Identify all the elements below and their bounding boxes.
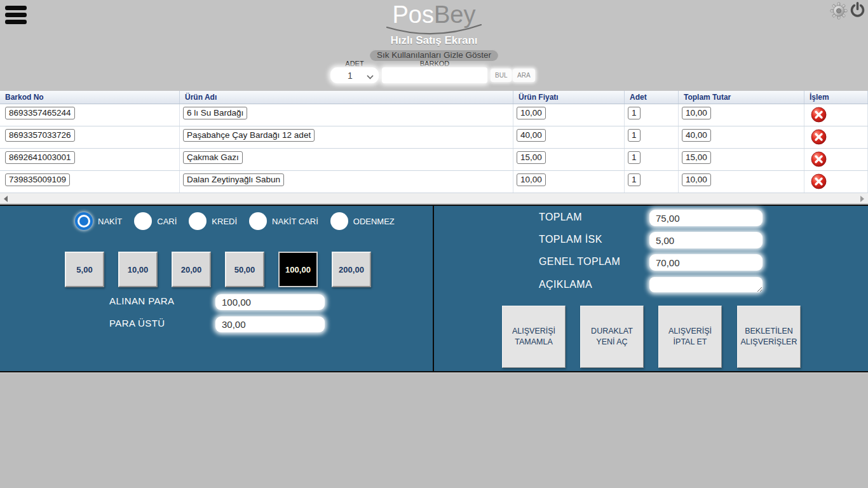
- panel-divider: [433, 206, 434, 371]
- row-price-field[interactable]: 10,00: [517, 173, 546, 186]
- col-header-urun-adi: Ürün Adı: [180, 91, 513, 104]
- radio-circle-selected[interactable]: [75, 212, 93, 230]
- search-button[interactable]: ARA: [513, 69, 535, 82]
- para-ustu-label: PARA ÜSTÜ: [109, 318, 165, 329]
- quantity-select[interactable]: 1: [330, 67, 379, 83]
- page-title: Hızlı Satış Ekranı: [0, 34, 868, 47]
- row-barcode-field[interactable]: 8693357033726: [5, 129, 75, 142]
- scroll-left-arrow-icon[interactable]: [4, 196, 8, 202]
- barcode-input[interactable]: [382, 67, 487, 83]
- col-header-adet: Adet: [625, 91, 679, 104]
- row-price-field[interactable]: 10,00: [517, 107, 546, 119]
- table-row: 8693357033726 Paşabahçe Çay Bardağı 12 a…: [0, 126, 868, 149]
- complete-sale-button[interactable]: ALIŞVERİŞİ TAMAMLA: [502, 306, 566, 368]
- radio-label: NAKİT CARİ: [272, 217, 318, 226]
- settings-gear-icon[interactable]: [830, 2, 848, 20]
- barkod-label: BARKOD: [382, 60, 487, 67]
- denom-button-10[interactable]: 10,00: [118, 252, 158, 287]
- row-total-field[interactable]: 10,00: [682, 107, 711, 119]
- row-total-field[interactable]: 15,00: [682, 151, 711, 164]
- scroll-right-arrow-icon[interactable]: [860, 196, 864, 202]
- toplam-isk-label: TOPLAM İSK: [539, 234, 602, 245]
- power-logout-icon[interactable]: [849, 1, 866, 18]
- aciklama-label: AÇIKLAMA: [539, 279, 592, 290]
- delete-row-icon[interactable]: [811, 107, 827, 123]
- row-qty-field[interactable]: 1: [628, 173, 641, 186]
- row-price-field[interactable]: 15,00: [517, 151, 546, 164]
- table-row: 739835009109 Dalan Zeytinyağlı Sabun 10,…: [0, 171, 868, 193]
- delete-row-icon[interactable]: [811, 129, 827, 145]
- alinan-para-label: ALINAN PARA: [109, 295, 175, 306]
- radio-label: KREDİ: [212, 217, 237, 226]
- radio-label: NAKİT: [98, 217, 122, 226]
- denom-button-20[interactable]: 20,00: [172, 252, 211, 287]
- table-header-row: Barkod No Ürün Adı Ürün Fiyatı Adet Topl…: [0, 91, 868, 104]
- row-price-field[interactable]: 40,00: [517, 129, 546, 142]
- row-product-name-field[interactable]: 6 lı Su Bardağı: [183, 107, 247, 119]
- genel-toplam-input[interactable]: [649, 254, 763, 271]
- radio-circle[interactable]: [249, 212, 267, 230]
- row-barcode-field[interactable]: 8692641003001: [5, 151, 75, 164]
- col-header-islem: İşlem: [804, 91, 868, 104]
- radio-nakit[interactable]: NAKİT: [75, 212, 122, 230]
- alinan-para-input[interactable]: [215, 294, 325, 310]
- row-total-field[interactable]: 10,00: [682, 173, 711, 186]
- find-button[interactable]: BUL: [491, 69, 512, 82]
- denom-button-200[interactable]: 200,00: [332, 252, 371, 287]
- table-row: 8693357465244 6 lı Su Bardağı 10,00 1 10…: [0, 104, 868, 126]
- radio-circle[interactable]: [189, 212, 207, 230]
- footer-background: [0, 374, 868, 488]
- held-sales-button[interactable]: BEKLETİLEN ALIŞVERİŞLER: [737, 306, 801, 368]
- row-qty-field[interactable]: 1: [628, 151, 641, 164]
- adet-label: ADET: [330, 60, 379, 67]
- toplam-isk-input[interactable]: [649, 232, 763, 248]
- denom-button-100[interactable]: 100,00: [278, 252, 318, 287]
- sale-items-table: Barkod No Ürün Adı Ürün Fiyatı Adet Topl…: [0, 91, 868, 193]
- payment-method-radios: NAKİT CARİ KREDİ NAKİT CARİ ODENMEZ: [75, 212, 407, 230]
- radio-cari[interactable]: CARİ: [134, 212, 177, 230]
- radio-circle[interactable]: [330, 212, 348, 230]
- row-barcode-field[interactable]: 8693357465244: [5, 107, 75, 119]
- row-product-name-field[interactable]: Dalan Zeytinyağlı Sabun: [183, 173, 284, 186]
- pause-open-new-button[interactable]: DURAKLAT YENİ AÇ: [580, 306, 644, 368]
- para-ustu-input[interactable]: [215, 316, 325, 332]
- col-header-fiyat: Ürün Fiyatı: [513, 91, 625, 104]
- quantity-value: 1: [348, 71, 353, 81]
- radio-odenmez[interactable]: ODENMEZ: [330, 212, 395, 230]
- delete-row-icon[interactable]: [811, 173, 827, 189]
- row-total-field[interactable]: 40,00: [682, 129, 711, 142]
- col-header-barkod: Barkod No: [0, 91, 180, 104]
- toplam-label: TOPLAM: [539, 212, 582, 223]
- pos-fast-sale-screen: PosBey Hızlı Satış Ekranı Sık Kullanılan…: [0, 0, 868, 488]
- cancel-sale-button[interactable]: ALIŞVERİŞİ İPTAL ET: [658, 306, 722, 368]
- row-barcode-field[interactable]: 739835009109: [5, 173, 70, 186]
- payment-panel: NAKİT CARİ KREDİ NAKİT CARİ ODENMEZ 5,00…: [0, 205, 868, 372]
- row-qty-field[interactable]: 1: [628, 129, 641, 142]
- row-product-name-field[interactable]: Çakmak Gazı: [183, 151, 243, 164]
- genel-toplam-label: GENEL TOPLAM: [539, 256, 620, 268]
- table-row: 8692641003001 Çakmak Gazı 15,00 1 15,00: [0, 149, 868, 171]
- denomination-buttons: 5,00 10,00 20,00 50,00 100,00 200,00: [65, 252, 385, 287]
- delete-row-icon[interactable]: [811, 151, 827, 167]
- col-header-tutar: Toplam Tutar: [679, 91, 804, 104]
- denom-button-5[interactable]: 5,00: [65, 252, 104, 287]
- aciklama-textarea[interactable]: [649, 277, 763, 292]
- radio-nakit-cari[interactable]: NAKİT CARİ: [249, 212, 318, 230]
- table-horizontal-scrollbar[interactable]: [0, 193, 868, 203]
- radio-circle[interactable]: [134, 212, 152, 230]
- row-qty-field[interactable]: 1: [628, 107, 641, 119]
- radio-kredi[interactable]: KREDİ: [189, 212, 237, 230]
- denom-button-50[interactable]: 50,00: [225, 252, 264, 287]
- radio-label: ODENMEZ: [353, 217, 395, 226]
- chevron-down-icon: [367, 73, 373, 79]
- radio-label: CARİ: [157, 217, 177, 226]
- toplam-input[interactable]: [649, 210, 763, 226]
- row-product-name-field[interactable]: Paşabahçe Çay Bardağı 12 adet: [183, 129, 315, 142]
